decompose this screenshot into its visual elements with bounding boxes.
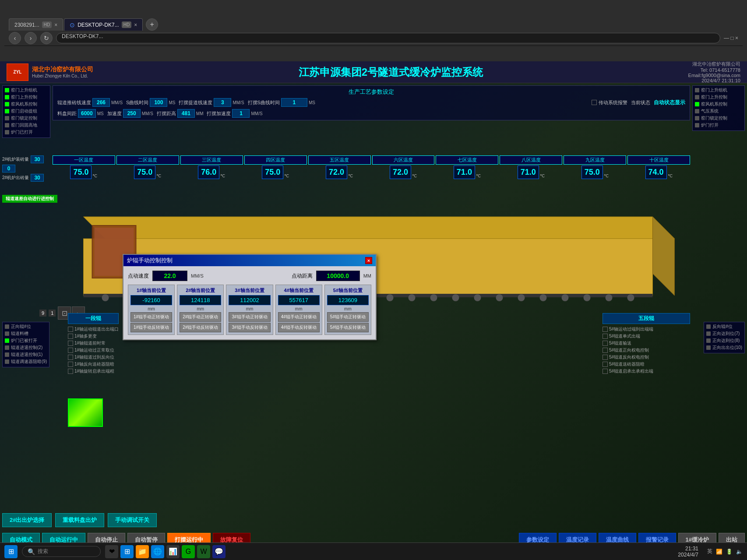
taskbar-search-icon: 🔍 <box>28 548 35 555</box>
ls-led-5 <box>5 352 9 357</box>
param-conveyor-label: 辊道推砖线速度 <box>57 99 91 106</box>
axis-3-rev-btn[interactable]: 3#辊手动反转驱动 <box>229 323 270 332</box>
left-status-2: 窑门上升控制 <box>5 94 48 100</box>
modal-speed-value[interactable]: 22.0 <box>152 271 187 281</box>
axis-4-rev-btn[interactable]: 4#辊手动反转驱动 <box>278 323 320 332</box>
btn-furnace-select[interactable]: 2#出出炉选择 <box>2 513 52 527</box>
r-label-2: 窑门上升控制 <box>701 94 727 100</box>
right-status-6: 炉门打开 <box>695 122 742 128</box>
param-conveyor-value[interactable]: 266 <box>92 98 110 107</box>
back-btn[interactable]: ‹ <box>9 32 21 44</box>
param-tray-value[interactable]: 6000 <box>78 109 96 118</box>
refresh-btn[interactable]: ↻ <box>40 32 53 44</box>
s1-item-2: 1#轴多更变 <box>68 333 119 339</box>
modal-title-bar: 炉辊手动控制控制 × <box>123 255 376 266</box>
r-label-3: 窑风机系控制 <box>701 101 727 107</box>
new-tab-btn[interactable]: + <box>146 18 158 31</box>
s5-check-5 <box>603 355 608 360</box>
zone-10-unit: ℃ <box>668 173 673 178</box>
app-btn-8[interactable]: 💬 <box>212 545 226 558</box>
rs-led-3 <box>706 338 711 343</box>
app-btn-6[interactable]: G <box>182 545 195 558</box>
axis-1-rev-btn[interactable]: 1#辊手动反转驱动 <box>130 323 172 332</box>
svg-point-23 <box>518 294 525 301</box>
rs-led-1 <box>706 324 711 329</box>
counter-1-value: 30 <box>31 155 44 163</box>
main-content: 窑门上升组机 窑门上升控制 窑风机系控制 窑门启动提组 窑门锁定控制 <box>0 83 747 560</box>
ls-led-6 <box>5 359 9 364</box>
axis-3-fwd-btn[interactable]: 3#辊手动正转驱动 <box>229 312 270 322</box>
s1-check-5 <box>68 355 73 360</box>
s5-check-4 <box>603 348 608 353</box>
taskbar-lang: 英 <box>707 548 712 555</box>
right-sidebar: 窑门上升组机 窑门上升控制 窑风机系控制 气压系统 窑门锁定控制 <box>692 85 745 131</box>
zone-3-value: 76.0 <box>198 166 219 179</box>
tab2-close[interactable]: × <box>134 22 137 28</box>
btn-manual-test[interactable]: 手动调试开关 <box>108 513 157 527</box>
axis-2-label: 2#轴当前位置 <box>180 287 221 294</box>
axis-5-fwd-btn[interactable]: 5#辊手动正转驱动 <box>327 312 369 322</box>
app-btn-1[interactable]: ❤ <box>105 545 118 558</box>
axis-2-rev-btn[interactable]: 2#辊手动反转驱动 <box>180 323 221 332</box>
param-accel-value[interactable]: 250 <box>123 109 141 118</box>
browser-tabs: 2308291... HD × ⊙ DESKTOP-DK7... HD × + <box>4 15 743 31</box>
stage-num-2: 1 <box>49 310 56 317</box>
param-swing-speed: 打摆提道线速度 3 MM/S <box>179 98 244 107</box>
zone-8-value: 71.0 <box>518 166 539 179</box>
param-swing-label: 打摆提道线速度 <box>179 99 212 106</box>
led-2 <box>5 95 9 99</box>
modal-dist-value[interactable]: 10000.0 <box>316 271 360 281</box>
axis-4-fwd-btn[interactable]: 4#辊手动正转驱动 <box>278 312 320 322</box>
axis-1-label: 1#轴当前位置 <box>130 287 172 294</box>
left-status-1: 窑门上升组机 <box>5 87 48 93</box>
param-s-value[interactable]: 100 <box>150 98 167 107</box>
app-btn-2[interactable]: ⊞ <box>120 545 134 558</box>
modal-close-btn[interactable]: × <box>365 257 372 264</box>
axis-3-value: 112002 <box>229 295 270 305</box>
company-name-cn: 湖北中冶窑炉有限公司 <box>32 66 93 74</box>
axis-2-cell: 2#轴当前位置 124118 mm 2#辊手动正转驱动 2#辊手动反转驱动 <box>177 285 224 335</box>
s1-check-7 <box>68 369 73 374</box>
temp-zone-3: 三区温度 76.0 ℃ <box>180 155 243 179</box>
left-stage-panel: 正向辊#位 辊道料槽 炉门已被打开 辊道进退控制(2) 辊道进退控制(1) 辊道… <box>2 322 49 367</box>
led-4 <box>5 109 9 113</box>
modal-title: 炉辊手动控制控制 <box>127 257 173 264</box>
axis-3-unit: mm <box>229 306 270 311</box>
app-btn-5[interactable]: 📊 <box>166 545 180 558</box>
tab1-close[interactable]: × <box>54 22 57 28</box>
app-btn-4[interactable]: 🌐 <box>151 545 164 558</box>
temp-zone-8: 八区温度 71.0 ℃ <box>500 155 562 179</box>
forward-btn[interactable]: › <box>25 32 37 44</box>
address-input[interactable]: DESKTOP-DK7... <box>56 33 720 43</box>
svg-point-26 <box>584 294 591 301</box>
s1-check-6 <box>68 362 73 367</box>
svg-point-28 <box>627 294 634 301</box>
axis-2-fwd-btn[interactable]: 2#辊手动正转驱动 <box>180 312 221 322</box>
param-swing-accel-value[interactable]: 1 <box>232 109 250 118</box>
left-status-panel: 窑门上升组机 窑门上升控制 窑风机系控制 窑门启动提组 窑门锁定控制 <box>2 85 50 138</box>
param-swing-dist-label: 打摆距高 <box>157 110 176 117</box>
zone-9-unit: ℃ <box>604 173 609 178</box>
ls-led-1 <box>5 324 9 329</box>
svg-point-22 <box>496 294 503 301</box>
app-btn-3[interactable]: 📁 <box>136 545 149 558</box>
tab1-label: 2308291... <box>14 22 39 28</box>
left-status-6: 窑门回固高地 <box>5 122 48 128</box>
param-swing-dist-value[interactable]: 481 <box>177 109 195 118</box>
param-swing-value[interactable]: 3 <box>214 98 231 107</box>
axis-5-rev-btn[interactable]: 5#辊手动反转驱动 <box>327 323 369 332</box>
taskbar-search[interactable]: 🔍 搜索 <box>22 546 101 557</box>
temp-zones: 一区温度 75.0 ℃ 二区温度 75.0 ℃ 三区温度 76.0 ℃ <box>53 155 690 179</box>
axis-4-cell: 4#轴当前位置 557617 mm 4#辊手动正转驱动 4#辊手动反转驱动 <box>275 285 322 335</box>
btn-heavy-load[interactable]: 重载料盘出炉 <box>55 513 104 527</box>
app-btn-7[interactable]: W <box>197 545 210 558</box>
start-btn[interactable]: ⊞ <box>4 545 18 558</box>
browser-tab-2[interactable]: ⊙ DESKTOP-DK7... HD × <box>64 18 143 31</box>
warning-bar: 辊道速差自动进行进控制 <box>2 195 57 203</box>
tab2-badge: HD <box>122 21 131 28</box>
browser-tab-1[interactable]: 2308291... HD × <box>9 18 63 31</box>
param-swing-s-value[interactable]: 1 <box>281 98 307 107</box>
axis-1-fwd-btn[interactable]: 1#辊手动正转驱动 <box>130 312 172 322</box>
param-swing-unit: MM/S <box>233 100 244 105</box>
modal-dialog: 炉辊手动控制控制 × 点动速度 22.0 MM/S 点动距离 10000.0 M… <box>123 254 377 340</box>
